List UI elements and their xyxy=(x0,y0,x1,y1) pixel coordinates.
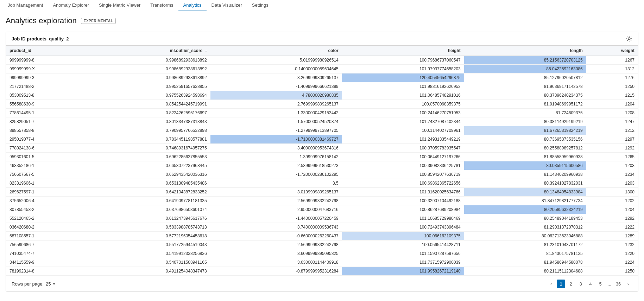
chevron-down-icon: ▾ xyxy=(53,282,55,286)
nav-item-anomaly-explorer[interactable]: Anomaly Explorer xyxy=(48,0,94,11)
table-cell: 1276 xyxy=(586,73,638,82)
table-cell: 100.32907104492188 xyxy=(342,197,464,205)
table-cell: 0.5407011508941165 xyxy=(88,258,210,267)
table-row: 825829051-70.8013347387313843-1.57000005… xyxy=(6,117,638,126)
rows-per-page-value: 25 xyxy=(46,281,51,287)
nav-item-job-management[interactable]: Job Management xyxy=(3,0,48,11)
page-next-button[interactable]: › xyxy=(624,280,632,288)
page-num-1[interactable]: 1 xyxy=(557,280,565,288)
page-num-4[interactable]: 4 xyxy=(586,280,595,288)
table-row: 217721488-20.9952591657638855-1.40999996… xyxy=(6,82,638,91)
table-cell: 3.7400000009536743 xyxy=(210,223,342,232)
table-row: 556588630-90.85425442457199912.769999980… xyxy=(6,100,638,109)
table-cell: 101.06485748291016 xyxy=(342,91,464,100)
rows-per-page-label: Rows per page: xyxy=(12,281,44,287)
table-row: 756590686-70.55177259445190432.569999933… xyxy=(6,241,638,249)
nav-item-single-metric-viewer[interactable]: Single Metric Viewer xyxy=(94,0,145,11)
page-num-last[interactable]: 36 xyxy=(614,280,623,288)
table-cell: 0.6962285637855553 xyxy=(88,153,210,161)
table-cell: 0.9986892938613892 xyxy=(88,56,210,65)
table-cell: 1300 xyxy=(586,188,638,197)
table-cell: 3.2699999809265137 xyxy=(210,73,342,82)
table-cell: 778614495-1 xyxy=(6,109,88,117)
table-cell: 1203 xyxy=(586,161,638,170)
col-header-outlier-score[interactable]: ml.outlier_score ↓ xyxy=(88,46,210,56)
table-row: 587108557-10.5772196054458618-0.66000002… xyxy=(6,232,638,241)
table-cell: 85.12796020507812 xyxy=(464,73,586,82)
experimental-badge: EXPERIMENTAL xyxy=(81,18,116,24)
page-prev-button[interactable]: ‹ xyxy=(547,280,555,288)
table-cell: 1289 xyxy=(586,232,638,241)
page-num-3[interactable]: 3 xyxy=(576,280,585,288)
table-cell: -0.14000000059604645 xyxy=(210,65,342,73)
table-cell: 0.5772196054458618 xyxy=(88,232,210,241)
table-cell: 1215 xyxy=(586,91,638,100)
col-header-product-id[interactable]: product_id xyxy=(6,46,88,56)
table-cell: 0.6421043872833252 xyxy=(88,188,210,197)
table-cell: 1203 xyxy=(586,179,638,188)
nav-item-transforms[interactable]: Transforms xyxy=(145,0,178,11)
table-cell: 999999999-3 xyxy=(6,73,88,82)
page-header: Analytics exploration EXPERIMENTAL xyxy=(0,11,644,29)
table-cell: 80.21115112304688 xyxy=(464,267,586,276)
pagination-bar: Rows per page: 25 ▾ ‹ 1 2 3 4 5 ... 36 › xyxy=(6,276,638,292)
table-row: 959301601-50.6962285637855553-1.39999997… xyxy=(6,153,638,161)
table-cell: 375652006-4 xyxy=(6,197,88,205)
col-header-weight[interactable]: weight xyxy=(586,46,638,56)
gear-icon[interactable] xyxy=(626,36,632,42)
col-header-length[interactable]: length xyxy=(464,46,586,56)
table-cell: 552120465-2 xyxy=(6,214,88,223)
table-cell: 80.39241027832031 xyxy=(464,179,586,188)
table-cell: 0.7834451198577881 xyxy=(88,135,210,144)
table-cell: 100.066162109375 xyxy=(342,232,464,241)
table-container: Job ID products_quality_2 product_id ml.… xyxy=(6,32,638,292)
table-cell: 3.5 xyxy=(210,179,342,188)
table-row: 741035474-70.54199123382568363.609999989… xyxy=(6,249,638,258)
table-cell: -1.4099999666621399 xyxy=(210,82,342,91)
table-cell: 81.94586944580078 xyxy=(464,258,586,267)
table-cell: 959301601-5 xyxy=(6,153,88,161)
col-header-height[interactable]: height xyxy=(342,46,464,56)
table-cell: 100.85942077636719 xyxy=(342,170,464,179)
table-cell: 100.06449127197266 xyxy=(342,153,464,161)
table-cell: 756590686-7 xyxy=(6,241,88,249)
table-cell: 80.25489044189453 xyxy=(464,214,586,223)
page-num-2[interactable]: 2 xyxy=(567,280,575,288)
table-row: 552120465-20.6132473945617676-1.44000000… xyxy=(6,214,638,223)
table-cell: 81.23101043701172 xyxy=(464,241,586,249)
table-row: 999999999-30.99868929386138923.269999980… xyxy=(6,73,638,82)
table-cell: 0.9952591657638855 xyxy=(88,82,210,91)
table-cell: 101.74327087402344 xyxy=(342,117,464,126)
table-row: 807855453-20.63769865036010742.950000004… xyxy=(6,205,638,214)
table-cell: 100.79686737060547 xyxy=(342,56,464,65)
table-row: 823319606-10.65313094854354863.5100.6986… xyxy=(6,179,638,188)
table-cell: 1292 xyxy=(586,214,638,223)
table-cell: 1312 xyxy=(586,65,638,73)
table-cell: 0.9986892938613892 xyxy=(88,73,210,82)
table-cell: 101.98316192626953 xyxy=(342,82,464,91)
data-table: product_id ml.outlier_score ↓ color heig… xyxy=(6,46,638,276)
table-cell: 1220 xyxy=(586,249,638,258)
table-cell: 101.24931335449219 xyxy=(342,135,464,144)
table-cell: -1.399999976158142 xyxy=(210,153,342,161)
table-cell: 0.6653072237968445 xyxy=(88,161,210,170)
table-cell: 825829051-7 xyxy=(6,117,88,126)
page-num-5[interactable]: 5 xyxy=(596,280,605,288)
table-row: 853009513-80.97552639245986944.780000209… xyxy=(6,91,638,100)
table-cell: 80.13484954833984 xyxy=(464,188,586,197)
table-cell: 100.1144027709961 xyxy=(342,126,464,135)
table-header-bar: Job ID products_quality_2 xyxy=(6,32,638,46)
col-header-color[interactable]: color xyxy=(210,46,342,56)
table-cell: 587108557-1 xyxy=(6,232,88,241)
table-cell: 1222 xyxy=(586,223,638,232)
table-cell: 1247 xyxy=(586,117,638,126)
nav-item-settings[interactable]: Settings xyxy=(247,0,273,11)
nav-item-data-visualizer[interactable]: Data Visualizer xyxy=(207,0,247,11)
table-cell: 3.6300001144409918 xyxy=(210,258,342,267)
sort-desc-icon: ↓ xyxy=(205,49,207,53)
rows-per-page-selector[interactable]: Rows per page: 25 ▾ xyxy=(12,281,55,287)
nav-item-analytics[interactable]: Analytics xyxy=(178,0,207,11)
table-cell: 1265 xyxy=(586,153,638,161)
table-header-row: product_id ml.outlier_score ↓ color heig… xyxy=(6,46,638,56)
table-row: 781992314-80.4911254048347473-0.87999999… xyxy=(6,267,638,276)
